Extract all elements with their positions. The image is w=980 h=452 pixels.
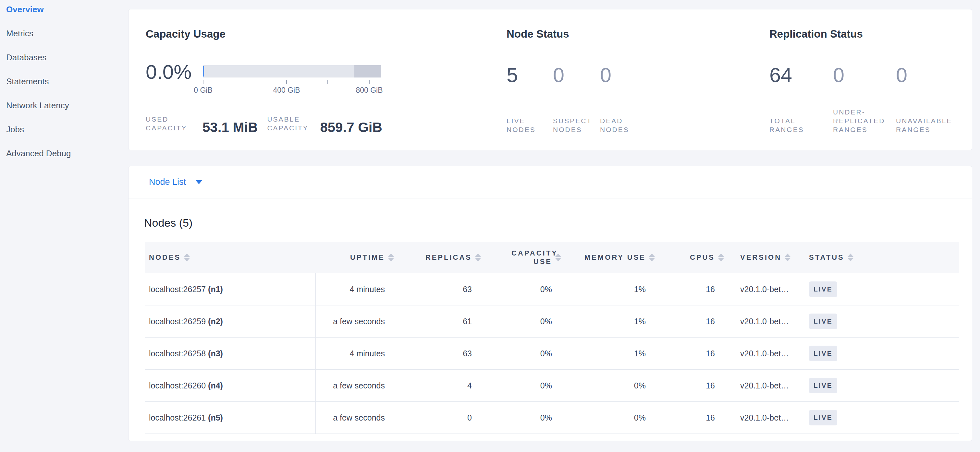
column-header-replicas[interactable]: REPLICAS: [400, 253, 487, 262]
node-id: (n1): [208, 285, 223, 294]
unavailable-ranges-stat: 0 UNAVAILABLE RANGES: [896, 65, 970, 134]
used-capacity-value: 53.1 MiB: [202, 121, 258, 134]
cpus-cell: 16: [661, 381, 730, 390]
dead-nodes-stat: 0 DEAD NODES: [600, 65, 649, 134]
column-header-label: NODES: [149, 253, 181, 262]
node-list-card: Node List Nodes (5) NODES UPTIME REPLICA…: [128, 166, 972, 441]
unavailable-ranges-value: 0: [896, 65, 970, 85]
node-list-dropdown[interactable]: Node List: [129, 167, 972, 198]
node-address: localhost:26260: [149, 381, 206, 390]
status-cell: LIVE: [802, 346, 959, 361]
column-header-cpus[interactable]: CPUS: [661, 253, 730, 262]
sidebar-item-metrics[interactable]: Metrics: [0, 21, 128, 45]
node-id: (n3): [208, 349, 223, 358]
total-ranges-label: TOTAL RANGES: [769, 116, 818, 134]
table-row-n3[interactable]: localhost:26258 (n3) 4 minutes 63 0% 1% …: [145, 338, 959, 370]
sidebar-nav: Overview Metrics Databases Statements Ne…: [0, 0, 128, 165]
node-name-cell: localhost:26260 (n4): [145, 370, 316, 401]
cpus-cell: 16: [661, 285, 730, 294]
axis-tick: [369, 80, 370, 84]
column-header-capacity-use[interactable]: CAPACITY USE: [487, 249, 567, 266]
node-name-cell: localhost:26258 (n3): [145, 338, 316, 370]
column-header-memory-use[interactable]: MEMORY USE: [567, 253, 661, 262]
column-header-nodes[interactable]: NODES: [145, 253, 316, 262]
total-ranges-stat: 64 TOTAL RANGES: [769, 65, 833, 134]
live-nodes-stat: 5 LIVE NODES: [507, 65, 553, 134]
capacity-bar-used-segment: [203, 66, 204, 76]
version-cell: v20.1.0-bet…: [730, 317, 802, 326]
cpus-cell: 16: [661, 349, 730, 358]
capacity-cell: 0%: [487, 285, 567, 294]
sort-icon: [555, 254, 561, 261]
replicas-cell: 4: [400, 381, 487, 390]
axis-tick: [286, 80, 287, 84]
node-address: localhost:26257: [149, 285, 206, 294]
cpus-cell: 16: [661, 317, 730, 326]
memory-cell: 0%: [567, 381, 661, 390]
column-header-label: VERSION: [740, 253, 781, 262]
uptime-cell: a few seconds: [316, 413, 400, 422]
usable-capacity-label: USABLE CAPACITY: [267, 115, 312, 132]
node-id: (n5): [208, 413, 223, 422]
cpus-cell: 16: [661, 413, 730, 422]
sidebar-item-network-latency[interactable]: Network Latency: [0, 94, 128, 117]
node-status-section: Node Status 5 LIVE NODES 0 SUSPECT NODES…: [507, 10, 769, 151]
table-row-n4[interactable]: localhost:26260 (n4) a few seconds 4 0% …: [145, 370, 959, 402]
cluster-summary-card: Capacity Usage 0.0% 0 GiB 400 GiB 800 Gi…: [128, 9, 972, 150]
total-ranges-value: 64: [769, 65, 833, 85]
node-status-title: Node Status: [507, 28, 569, 40]
sort-icon: [184, 254, 190, 261]
table-row-n2[interactable]: localhost:26259 (n2) a few seconds 61 0%…: [145, 305, 959, 338]
under-replicated-ranges-stat: 0 UNDER-REPLICATED RANGES: [833, 65, 896, 134]
node-status-stats: 5 LIVE NODES 0 SUSPECT NODES 0 DEAD NODE…: [507, 65, 649, 134]
column-header-label: STATUS: [809, 253, 844, 262]
node-name-cell: localhost:26259 (n2): [145, 305, 316, 337]
sort-icon: [475, 254, 481, 261]
sort-icon: [388, 254, 394, 261]
suspect-nodes-value: 0: [553, 65, 600, 85]
column-header-label: REPLICAS: [425, 253, 472, 262]
status-badge: LIVE: [809, 346, 837, 361]
status-cell: LIVE: [802, 410, 959, 425]
table-row-n5[interactable]: localhost:26261 (n5) a few seconds 0 0% …: [145, 402, 959, 434]
axis-tick: [328, 80, 328, 84]
sidebar-item-databases[interactable]: Databases: [0, 45, 128, 70]
sidebar-item-overview[interactable]: Overview: [0, 0, 128, 21]
replication-status-section: Replication Status 64 TOTAL RANGES 0 UND…: [769, 10, 970, 151]
column-header-status[interactable]: STATUS: [802, 253, 959, 262]
column-header-version[interactable]: VERSION: [730, 253, 802, 262]
node-id: (n4): [208, 381, 223, 390]
sidebar-item-advanced-debug[interactable]: Advanced Debug: [0, 141, 128, 165]
capacity-cell: 0%: [487, 349, 567, 358]
capacity-bar-other-segment: [354, 65, 381, 78]
memory-cell: 0%: [567, 413, 661, 422]
column-header-uptime[interactable]: UPTIME: [316, 253, 400, 262]
dead-nodes-label: DEAD NODES: [600, 116, 649, 134]
sidebar-item-statements[interactable]: Statements: [0, 70, 128, 94]
sidebar-item-jobs[interactable]: Jobs: [0, 117, 128, 141]
replicas-cell: 61: [400, 317, 487, 326]
status-badge: LIVE: [809, 281, 837, 297]
node-name-cell: localhost:26257 (n1): [145, 273, 316, 305]
replication-status-title: Replication Status: [769, 28, 863, 40]
status-cell: LIVE: [802, 314, 959, 329]
live-nodes-value: 5: [507, 65, 553, 85]
status-badge: LIVE: [809, 314, 837, 329]
usable-capacity-value: 859.7 GiB: [320, 121, 382, 134]
capacity-usage-section: Capacity Usage 0.0% 0 GiB 400 GiB 800 Gi…: [146, 10, 506, 151]
replication-stats: 64 TOTAL RANGES 0 UNDER-REPLICATED RANGE…: [769, 65, 970, 134]
axis-tick-label: 800 GiB: [356, 86, 383, 95]
column-header-label: UPTIME: [350, 253, 385, 262]
suspect-nodes-label: SUSPECT NODES: [553, 116, 600, 134]
sort-icon: [649, 254, 655, 261]
replicas-cell: 63: [400, 285, 487, 294]
capacity-bar: [203, 65, 381, 78]
version-cell: v20.1.0-bet…: [730, 413, 802, 422]
status-badge: LIVE: [809, 378, 837, 393]
version-cell: v20.1.0-bet…: [730, 285, 802, 294]
replicas-cell: 63: [400, 349, 487, 358]
suspect-nodes-stat: 0 SUSPECT NODES: [553, 65, 600, 134]
node-address: localhost:26261: [149, 413, 206, 422]
nodes-section-title: Nodes (5): [144, 217, 972, 229]
table-row-n1[interactable]: localhost:26257 (n1) 4 minutes 63 0% 1% …: [145, 273, 959, 305]
